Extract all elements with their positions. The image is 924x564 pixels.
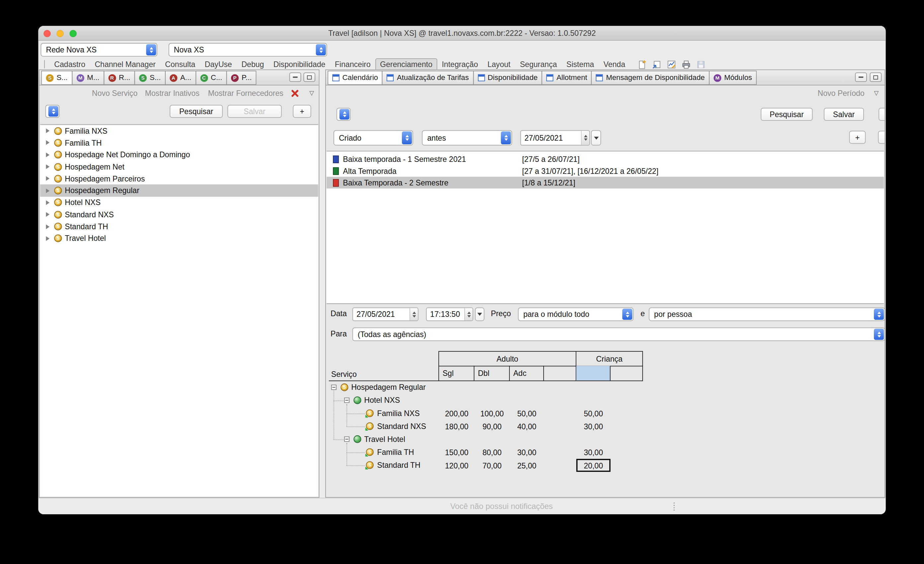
tree-item-familia-nxs[interactable]: SFamilia NXS	[40, 125, 318, 137]
panel-minimize-button[interactable]	[290, 72, 302, 82]
chevron-right-icon[interactable]	[46, 212, 50, 217]
mostrar-inativos-action[interactable]: Mostrar Inativos	[145, 89, 200, 98]
tab-disponibilidade[interactable]: Disponibilidade	[473, 71, 542, 85]
mostrar-fornecedores-action[interactable]: Mostrar Fornecedores	[208, 89, 284, 98]
cell-sgl[interactable]: 200,00	[439, 407, 475, 420]
menu-channel-manager[interactable]: Channel Manager	[90, 58, 160, 70]
menu-cadastro[interactable]: Cadastro	[50, 58, 90, 70]
spinner-icon[interactable]	[410, 308, 418, 320]
chart-edit-icon[interactable]	[666, 59, 676, 69]
menu-disponibilidade[interactable]: Disponibilidade	[269, 58, 330, 70]
add-button[interactable]: +	[293, 105, 311, 118]
collapse-icon[interactable]	[331, 384, 336, 390]
import-icon[interactable]	[652, 59, 662, 69]
header-dbl[interactable]: Dbl	[474, 366, 510, 381]
cell-dbl[interactable]: 100,00	[474, 407, 510, 420]
chevron-right-icon[interactable]	[46, 164, 50, 169]
period-search-type-combo[interactable]	[336, 108, 351, 121]
cell-crianca[interactable]: 50,00	[576, 407, 610, 420]
network-combo[interactable]: Rede Nova XS	[41, 43, 158, 57]
cell-crianca[interactable]: 20,00	[576, 459, 610, 472]
tree-item-standard-nxs[interactable]: SStandard NXS	[40, 209, 318, 221]
tree-node-familia-th[interactable]: SFamilia TH	[329, 446, 439, 459]
header-sgl[interactable]: Sgl	[439, 366, 475, 381]
panel-minimize-button[interactable]	[855, 72, 867, 82]
menu-drag-handle[interactable]	[44, 60, 45, 68]
menu-debug[interactable]: Debug	[237, 58, 268, 70]
price-per-combo[interactable]: por pessoa	[649, 308, 885, 321]
chevron-right-icon[interactable]	[46, 224, 50, 229]
menu-dayuse[interactable]: DayUse	[200, 58, 237, 70]
title-bar[interactable]: Travel [adilson | Nova XS] @ travel1.nov…	[38, 26, 885, 40]
tab-modulos[interactable]: MMódulos	[709, 71, 757, 85]
header-crianca-col-selected[interactable]	[576, 366, 610, 381]
period-alta-temporada[interactable]: Alta Temporada[27 a 31/07/21], [16/12/20…	[327, 165, 884, 177]
cell-adc[interactable]: 40,00	[510, 420, 544, 433]
filter-operator-combo[interactable]: antes	[422, 130, 512, 145]
menu-financeiro[interactable]: Financeiro	[330, 58, 375, 70]
tree-node-travel-hotel[interactable]: Travel Hotel	[329, 433, 439, 446]
tab-left-4[interactable]: AA...	[165, 71, 196, 85]
tree-item-standard-th[interactable]: SStandard TH	[40, 221, 318, 233]
tree-node-standard-th[interactable]: SStandard TH	[329, 459, 439, 472]
period-save-button[interactable]: Salvar	[824, 108, 864, 121]
new-document-icon[interactable]	[637, 59, 647, 69]
spinner-icon[interactable]	[581, 131, 590, 145]
novo-servico-action[interactable]: Novo Serviço	[92, 89, 137, 98]
drag-handle-icon[interactable]	[674, 503, 675, 504]
cell-sgl[interactable]: 120,00	[439, 459, 475, 472]
price-date-dropdown-button[interactable]	[475, 308, 484, 321]
tree-item-hospedagem-regular[interactable]: SHospedagem Regular	[40, 185, 318, 197]
chevron-right-icon[interactable]	[46, 129, 50, 133]
chevron-right-icon[interactable]	[46, 152, 50, 157]
cell-adc[interactable]: 30,00	[510, 446, 544, 459]
period-baixa-temporada-2-semestre[interactable]: Baixa Temporada - 2 Semestre[1/8 a 15/12…	[327, 177, 884, 189]
price-date-field[interactable]: 27/05/2021	[352, 308, 418, 321]
tree-node-hospedagem-regular[interactable]: SHospedagem Regular	[329, 381, 439, 394]
cell-dbl[interactable]: 90,00	[474, 420, 510, 433]
filter-date-field[interactable]: 27/05/2021	[520, 130, 590, 145]
search-button[interactable]: Pesquisar	[170, 105, 223, 118]
tab-atualizacao-de-tarifas[interactable]: Atualização de Tarifas	[382, 71, 473, 85]
menu-seguranca[interactable]: Segurança	[515, 58, 562, 70]
cell-dbl[interactable]: 70,00	[474, 459, 510, 472]
tab-left-6[interactable]: PP...	[226, 71, 256, 85]
menu-gerenciamento[interactable]: Gerenciamento	[375, 58, 437, 70]
tree-item-hospedagem-parceiros[interactable]: SHospedagem Parceiros	[40, 173, 318, 185]
cell-sgl[interactable]: 150,00	[439, 446, 475, 459]
menu-consulta[interactable]: Consulta	[160, 58, 200, 70]
tree-node-familia-nxs[interactable]: SFamilia NXS	[329, 407, 439, 420]
chevron-right-icon[interactable]	[46, 188, 50, 193]
chevron-right-icon[interactable]	[46, 176, 50, 181]
cell-sgl[interactable]: 180,00	[439, 420, 475, 433]
filter-field-combo[interactable]: Criado	[333, 130, 413, 145]
header-blank-adulto[interactable]	[544, 366, 576, 381]
tree-node-standard-nxs[interactable]: SStandard NXS	[329, 420, 439, 433]
tab-left-5[interactable]: CC...	[195, 71, 227, 85]
collapse-icon[interactable]	[344, 398, 350, 403]
chevron-right-icon[interactable]	[46, 200, 50, 205]
chevron-down-icon[interactable]: ▽	[874, 90, 879, 96]
novo-periodo-action[interactable]: Novo Período	[818, 89, 865, 98]
collapse-icon[interactable]	[344, 437, 350, 442]
tab-allotment[interactable]: Allotment	[542, 71, 592, 85]
chevron-right-icon[interactable]	[46, 140, 50, 145]
tab-left-0[interactable]: SS...	[41, 71, 72, 85]
tab-left-3[interactable]: SS...	[134, 71, 166, 85]
save-icon[interactable]	[696, 59, 706, 69]
agency-combo[interactable]: (Todas as agências)	[352, 328, 885, 341]
tree-item-travel-hotel[interactable]: STravel Hotel	[40, 233, 318, 244]
price-time-field[interactable]: 17:13:50	[426, 308, 473, 321]
header-blank-crianca[interactable]	[610, 366, 643, 381]
menu-venda[interactable]: Venda	[599, 58, 630, 70]
tab-calendario[interactable]: Calendário	[328, 71, 382, 85]
tree-item-hospedagem-net[interactable]: SHospedagem Net	[40, 161, 318, 173]
tab-left-2[interactable]: RR...	[104, 71, 135, 85]
clipped-button[interactable]	[879, 108, 885, 121]
period-baixa-temporada-1-semestre-2021[interactable]: Baixa temporada - 1 Semestre 2021[27/5 a…	[327, 153, 884, 165]
tree-item-hospedage-net-domingo-a-domingo[interactable]: SHospedage Net Domingo a Domingo	[40, 149, 318, 160]
clipped-button[interactable]	[878, 131, 885, 144]
cell-adc[interactable]: 50,00	[510, 407, 544, 420]
price-scope-combo[interactable]: para o módulo todo	[518, 308, 634, 321]
panel-maximize-button[interactable]	[303, 72, 315, 82]
